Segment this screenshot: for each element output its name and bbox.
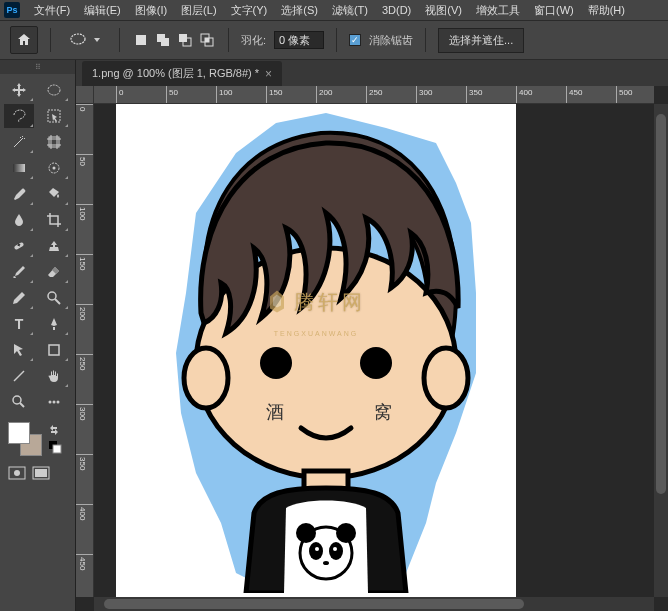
svg-point-48	[333, 547, 337, 551]
watermark-icon	[266, 289, 288, 315]
menu-type[interactable]: 文字(Y)	[225, 1, 274, 20]
home-icon	[16, 32, 32, 48]
lasso-tool[interactable]	[4, 104, 34, 128]
shape-tool[interactable]	[39, 338, 69, 362]
svg-rect-1	[136, 35, 146, 45]
divider	[228, 28, 229, 52]
svg-point-46	[329, 542, 343, 560]
menu-3d[interactable]: 3D(D)	[376, 2, 417, 18]
menu-help[interactable]: 帮助(H)	[582, 1, 631, 20]
menu-filter[interactable]: 滤镜(T)	[326, 1, 374, 20]
type-tool[interactable]: T	[4, 312, 34, 336]
frame-tool[interactable]	[39, 130, 69, 154]
foreground-color[interactable]	[8, 422, 30, 444]
hand-tool[interactable]	[39, 364, 69, 388]
blur-tool[interactable]	[4, 208, 34, 232]
chevron-down-icon	[93, 36, 101, 44]
magic-wand-tool[interactable]	[4, 130, 34, 154]
ruler-origin[interactable]	[76, 86, 94, 104]
quick-select-tool[interactable]	[39, 156, 69, 180]
divider	[425, 28, 426, 52]
selection-add-icon[interactable]	[154, 31, 172, 49]
svg-text:T: T	[15, 316, 24, 332]
svg-line-26	[20, 403, 24, 407]
pencil-tool[interactable]	[4, 286, 34, 310]
ruler-vertical[interactable]: 050100150200250300350400450500	[76, 104, 94, 597]
tab-close-button[interactable]: ×	[265, 67, 272, 81]
menu-plugins[interactable]: 增效工具	[470, 1, 526, 20]
tab-title: 1.png @ 100% (图层 1, RGB/8#) *	[92, 66, 259, 81]
canvas[interactable]: 酒 窝	[116, 104, 516, 597]
svg-point-47	[315, 547, 319, 551]
app-icon: Ps	[4, 2, 20, 18]
pen-tool[interactable]	[39, 312, 69, 336]
select-and-mask-button[interactable]: 选择并遮住...	[438, 28, 524, 53]
antialias-checkbox[interactable]: ✓	[349, 34, 361, 46]
feather-label: 羽化:	[241, 33, 266, 48]
healing-brush-tool[interactable]	[4, 234, 34, 258]
scrollbar-vertical[interactable]	[654, 104, 668, 597]
default-colors-icon[interactable]	[48, 440, 62, 454]
menu-layer[interactable]: 图层(L)	[175, 1, 222, 20]
menu-view[interactable]: 视图(V)	[419, 1, 468, 20]
selection-subtract-icon[interactable]	[176, 31, 194, 49]
menu-edit[interactable]: 编辑(E)	[78, 1, 127, 20]
canvas-viewport[interactable]: 酒 窝	[94, 104, 654, 597]
line-tool[interactable]	[4, 364, 34, 388]
svg-rect-8	[205, 38, 209, 42]
divider	[119, 28, 120, 52]
paint-bucket-tool[interactable]	[39, 182, 69, 206]
selection-intersect-icon[interactable]	[198, 31, 216, 49]
menu-file[interactable]: 文件(F)	[28, 1, 76, 20]
menu-select[interactable]: 选择(S)	[275, 1, 324, 20]
ruler-horizontal[interactable]: 050100150200250300350400450500	[94, 86, 654, 104]
eraser-tool[interactable]	[39, 260, 69, 284]
edit-toolbar[interactable]	[39, 390, 69, 414]
gradient-tool[interactable]	[4, 156, 34, 180]
tool-preset-dropdown[interactable]	[63, 30, 107, 50]
svg-point-27	[48, 401, 51, 404]
watermark-subtitle: TENGXUANWANG	[274, 329, 358, 336]
cheek-text-right: 窝	[374, 402, 392, 422]
toolbox: T	[0, 74, 75, 418]
svg-point-37	[184, 348, 228, 408]
document-tab[interactable]: 1.png @ 100% (图层 1, RGB/8#) * ×	[82, 61, 282, 86]
move-tool[interactable]	[4, 78, 34, 102]
crop-tool[interactable]	[39, 208, 69, 232]
eyedropper-tool[interactable]	[4, 182, 34, 206]
brush-tool[interactable]	[4, 260, 34, 284]
screenmode-icon[interactable]	[32, 466, 50, 482]
svg-point-43	[296, 523, 316, 543]
selection-new-icon[interactable]	[132, 31, 150, 49]
svg-point-18	[52, 167, 55, 170]
svg-point-39	[260, 347, 292, 379]
marquee-tool[interactable]	[39, 78, 69, 102]
scrollbar-horizontal[interactable]	[94, 597, 654, 611]
svg-point-44	[336, 523, 356, 543]
object-select-tool[interactable]	[39, 104, 69, 128]
color-swatches	[0, 418, 75, 462]
svg-point-20	[48, 292, 56, 300]
home-button[interactable]	[10, 26, 38, 54]
menu-window[interactable]: 窗口(W)	[528, 1, 580, 20]
dodge-tool[interactable]	[39, 286, 69, 310]
menu-image[interactable]: 图像(I)	[129, 1, 173, 20]
options-bar: 羽化: ✓ 消除锯齿 选择并遮住...	[0, 20, 668, 60]
svg-rect-23	[49, 345, 59, 355]
feather-input[interactable]	[274, 31, 324, 49]
watermark: 腾轩网	[266, 288, 366, 315]
swap-colors-icon[interactable]	[48, 424, 60, 436]
divider	[336, 28, 337, 52]
quickmask-icon[interactable]	[8, 466, 26, 482]
svg-line-21	[55, 299, 60, 304]
clone-stamp-tool[interactable]	[39, 234, 69, 258]
zoom-tool[interactable]	[4, 390, 34, 414]
svg-point-28	[52, 401, 55, 404]
svg-point-38	[424, 348, 468, 408]
toolbox-grip[interactable]: ⠿	[0, 60, 75, 74]
path-select-tool[interactable]	[4, 338, 34, 362]
svg-rect-31	[53, 445, 61, 453]
svg-point-0	[71, 34, 85, 44]
svg-line-24	[14, 371, 24, 381]
cheek-text-left: 酒	[266, 402, 284, 422]
